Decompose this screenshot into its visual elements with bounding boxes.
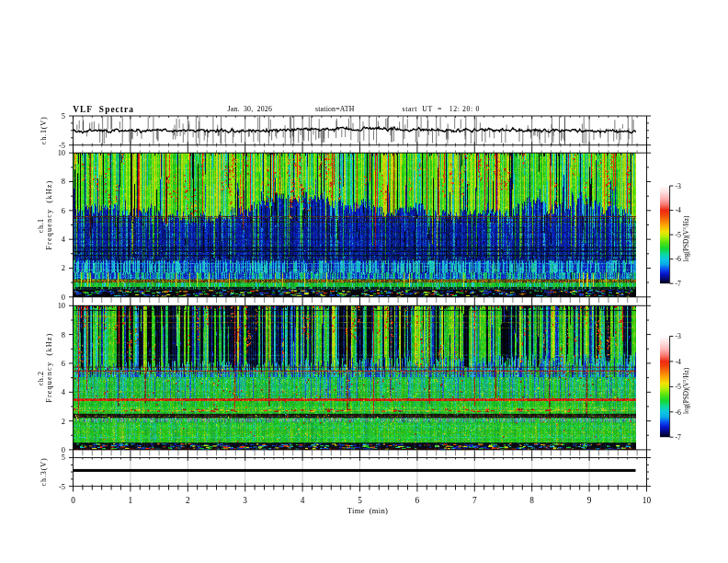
svg-text:Frequency (kHz): Frequency (kHz) xyxy=(46,180,54,250)
svg-text:-5: -5 xyxy=(59,483,65,491)
svg-text:3: 3 xyxy=(243,496,247,505)
svg-text:Jan. 30, 2026: Jan. 30, 2026 xyxy=(228,105,272,113)
svg-text:-7: -7 xyxy=(676,433,682,442)
svg-text:-5: -5 xyxy=(676,383,682,391)
svg-text:-5: -5 xyxy=(676,231,682,239)
svg-text:-4: -4 xyxy=(676,358,682,366)
svg-text:-6: -6 xyxy=(676,408,682,417)
svg-text:6: 6 xyxy=(62,207,65,215)
svg-text:8: 8 xyxy=(529,496,534,505)
svg-text:station=ATH: station=ATH xyxy=(315,105,355,113)
svg-text:5: 5 xyxy=(358,496,362,505)
svg-text:10: 10 xyxy=(643,496,652,505)
svg-text:-6: -6 xyxy=(676,255,682,263)
svg-text:log(PSD)(V2/Hz): log(PSD)(V2/Hz) xyxy=(683,215,691,262)
svg-text:0: 0 xyxy=(62,293,65,302)
svg-text:-4: -4 xyxy=(676,206,682,214)
svg-text:9: 9 xyxy=(587,496,592,505)
svg-text:6: 6 xyxy=(62,360,65,368)
svg-text:2: 2 xyxy=(62,418,65,426)
svg-text:1: 1 xyxy=(129,496,133,505)
svg-text:6: 6 xyxy=(415,496,420,505)
svg-text:-3: -3 xyxy=(676,332,682,340)
svg-text:10: 10 xyxy=(58,302,65,310)
svg-text:ch.3(V): ch.3(V) xyxy=(40,458,48,487)
svg-text:0: 0 xyxy=(71,496,75,505)
svg-text:8: 8 xyxy=(62,331,65,339)
svg-text:5: 5 xyxy=(62,454,65,462)
svg-text:ch.2: ch.2 xyxy=(37,371,45,385)
svg-text:2: 2 xyxy=(62,264,65,272)
svg-text:-7: -7 xyxy=(676,280,682,288)
svg-text:Time (min): Time (min) xyxy=(347,506,389,515)
svg-text:ch.1: ch.1 xyxy=(37,218,45,233)
svg-text:4: 4 xyxy=(301,496,305,505)
svg-text:log(PSD)(V2/Hz): log(PSD)(V2/Hz) xyxy=(683,367,691,414)
svg-text:7: 7 xyxy=(472,496,477,505)
svg-text:8: 8 xyxy=(62,178,65,186)
svg-text:start UT = 12: 20: 0: start UT = 12: 20: 0 xyxy=(403,105,480,113)
svg-text:-3: -3 xyxy=(676,182,682,190)
svg-text:VLF Spectra: VLF Spectra xyxy=(73,105,134,114)
svg-text:ch.1(V): ch.1(V) xyxy=(40,116,48,144)
svg-text:Frequency (kHz): Frequency (kHz) xyxy=(46,333,54,403)
svg-text:5: 5 xyxy=(62,112,65,121)
svg-text:2: 2 xyxy=(186,496,190,505)
svg-text:10: 10 xyxy=(58,149,65,157)
